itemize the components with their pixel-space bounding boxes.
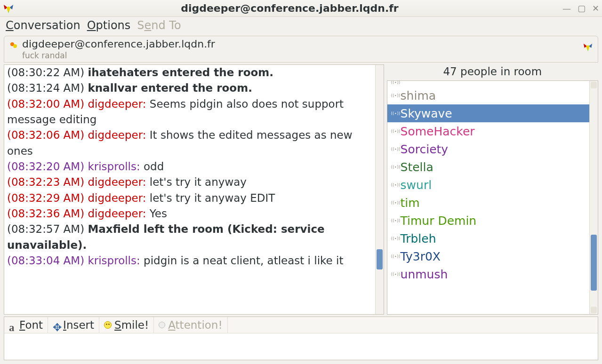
roster-item-name: Sorciety bbox=[401, 142, 449, 156]
room-topic: fuck randal bbox=[22, 51, 215, 60]
roster-item[interactable]: ((∙))unmush bbox=[387, 265, 589, 283]
roster-item-name: unmush bbox=[401, 268, 448, 281]
roster-item[interactable]: ((∙)) bbox=[387, 81, 589, 87]
roster-item-name: Stella bbox=[401, 160, 433, 174]
menu-bar: Conversation Options Send To bbox=[0, 17, 602, 34]
chat-message: (08:32:06 AM) digdeeper: It shows the ed… bbox=[7, 127, 381, 159]
smile-icon bbox=[104, 321, 112, 329]
menu-send-to[interactable]: Send To bbox=[137, 19, 181, 32]
room-name: digdeeper@conference.jabber.lqdn.fr bbox=[22, 38, 215, 50]
presence-icon: ((∙)) bbox=[391, 81, 398, 86]
attention-button[interactable]: Attention! bbox=[154, 317, 227, 333]
roster-scrollbar-thumb[interactable] bbox=[591, 235, 597, 291]
menu-options[interactable]: Options bbox=[87, 19, 131, 32]
roster-item[interactable]: ((∙))Sorciety bbox=[387, 140, 589, 158]
roster-pane: 47 people in room ((∙))((∙))shima((∙))Sk… bbox=[387, 64, 598, 315]
chat-message: (08:32:36 AM) digdeeper: Yes bbox=[7, 206, 381, 222]
presence-icon: ((∙)) bbox=[391, 164, 398, 170]
presence-icon: ((∙)) bbox=[391, 146, 398, 152]
roster-item-name: swurl bbox=[401, 178, 432, 192]
roster-item[interactable]: ((∙))SomeHacker bbox=[387, 122, 589, 140]
presence-icon: ((∙)) bbox=[391, 253, 398, 260]
chat-message: (08:32:29 AM) digdeeper: let's try it an… bbox=[7, 190, 381, 206]
protocol-icon bbox=[583, 42, 593, 52]
chat-message: (08:32:23 AM) digdeeper: let's try it an… bbox=[7, 174, 381, 190]
roster-item[interactable]: ((∙))Ty3r0X bbox=[387, 247, 589, 265]
roster-item[interactable]: ((∙))Timur Demin bbox=[387, 212, 589, 229]
chat-log[interactable]: (08:30:22 AM) ihatehaters entered the ro… bbox=[4, 65, 384, 314]
roster-scroll-up[interactable] bbox=[591, 82, 597, 88]
roster-item-name: Trbleh bbox=[401, 232, 436, 245]
insert-button[interactable]: ✥Insert bbox=[48, 317, 99, 333]
font-icon bbox=[9, 321, 16, 329]
chat-message: (08:33:04 AM) krisprolls: pidgin is a ne… bbox=[7, 253, 381, 269]
presence-icon: ((∙)) bbox=[391, 110, 398, 117]
conversation-header: digdeeper@conference.jabber.lqdn.fr fuck… bbox=[4, 36, 598, 63]
font-button[interactable]: Font bbox=[4, 317, 48, 333]
roster-item[interactable]: ((∙))Stella bbox=[387, 158, 589, 176]
attention-icon bbox=[159, 322, 165, 328]
app-icon bbox=[3, 3, 14, 14]
presence-icon: ((∙)) bbox=[391, 271, 398, 277]
roster-count: 47 people in room bbox=[387, 64, 598, 80]
chat-message: (08:30:22 AM) ihatehaters entered the ro… bbox=[7, 65, 381, 80]
presence-icon: ((∙)) bbox=[391, 128, 398, 135]
minimize-button[interactable]: — bbox=[562, 3, 571, 13]
roster-item-name: SomeHacker bbox=[401, 125, 475, 138]
roster-item[interactable]: ((∙))swurl bbox=[387, 176, 589, 194]
menu-conversation[interactable]: Conversation bbox=[6, 19, 80, 32]
roster-item-name: Skywave bbox=[401, 107, 452, 120]
roster-item-name: Ty3r0X bbox=[401, 250, 441, 263]
chat-scrollbar[interactable] bbox=[375, 65, 384, 314]
roster-item[interactable]: ((∙))tim bbox=[387, 194, 589, 212]
roster-item-name: tim bbox=[401, 196, 420, 210]
chat-scrollbar-thumb[interactable] bbox=[377, 249, 383, 269]
presence-icon: ((∙)) bbox=[391, 235, 398, 242]
presence-icon: ((∙)) bbox=[391, 92, 398, 99]
roster-item[interactable]: ((∙))Skywave bbox=[387, 104, 589, 122]
chat-message: (08:31:24 AM) knallvar entered the room. bbox=[7, 80, 381, 96]
roster-item[interactable]: ((∙))shima bbox=[387, 87, 589, 104]
window-titlebar: digdeeper@conference.jabber.lqdn.fr — ▢ … bbox=[0, 0, 602, 17]
chat-message: (08:32:00 AM) digdeeper: Seems pidgin al… bbox=[7, 96, 381, 128]
svg-point-1 bbox=[13, 44, 17, 48]
presence-icon: ((∙)) bbox=[391, 199, 398, 206]
room-icon bbox=[9, 41, 18, 50]
window-title: digdeeper@conference.jabber.lqdn.fr bbox=[17, 2, 562, 14]
chat-pane: (08:30:22 AM) ihatehaters entered the ro… bbox=[4, 64, 384, 315]
roster-list[interactable]: ((∙))((∙))shima((∙))Skywave((∙))SomeHack… bbox=[387, 81, 589, 283]
formatting-toolbar: Font ✥Insert Smile! Attention! bbox=[4, 317, 598, 333]
presence-icon: ((∙)) bbox=[391, 182, 398, 188]
close-button[interactable]: ✕ bbox=[592, 3, 599, 13]
insert-icon: ✥ bbox=[53, 321, 60, 329]
chat-message: (08:32:20 AM) krisprolls: odd bbox=[7, 159, 381, 174]
roster-item[interactable]: ((∙))Trbleh bbox=[387, 229, 589, 247]
compose-area: Font ✥Insert Smile! Attention! bbox=[4, 317, 598, 360]
roster-scrollbar[interactable] bbox=[589, 81, 598, 314]
smile-button[interactable]: Smile! bbox=[99, 317, 154, 333]
message-input[interactable] bbox=[4, 333, 598, 360]
roster-item-name: Timur Demin bbox=[401, 214, 477, 228]
presence-icon: ((∙)) bbox=[391, 217, 398, 224]
roster-scroll-down[interactable] bbox=[591, 307, 597, 313]
roster-item-name: shima bbox=[401, 89, 436, 103]
maximize-button[interactable]: ▢ bbox=[578, 3, 586, 13]
chat-message: (08:32:57 AM) Maxfield left the room (Ki… bbox=[7, 222, 381, 253]
